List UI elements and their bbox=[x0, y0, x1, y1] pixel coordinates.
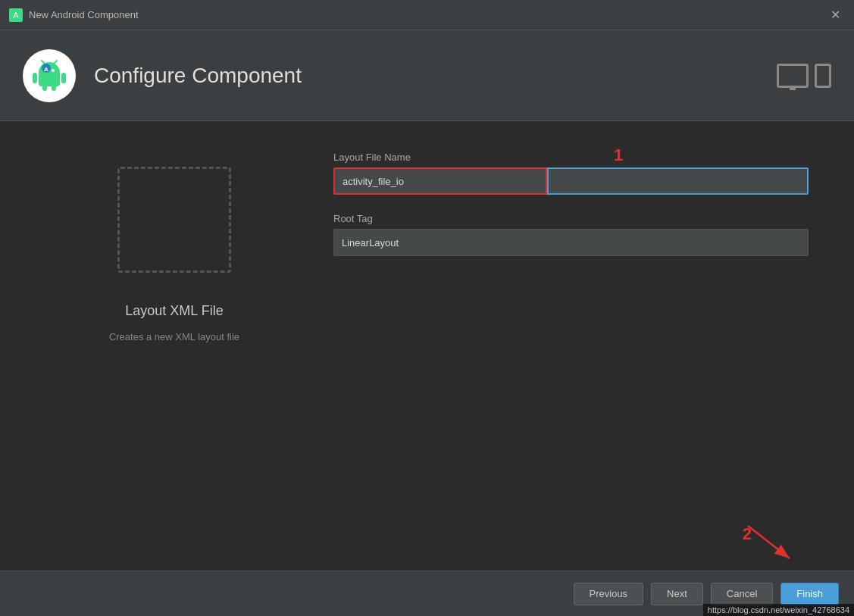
svg-rect-7 bbox=[39, 73, 60, 86]
layout-file-name-input-row bbox=[333, 167, 809, 195]
svg-rect-9 bbox=[61, 73, 66, 83]
previous-button[interactable]: Previous bbox=[574, 583, 644, 605]
layout-file-name-group: Layout File Name bbox=[333, 152, 809, 195]
component-preview-box bbox=[117, 167, 231, 273]
finish-button[interactable]: Finish bbox=[780, 583, 839, 605]
layout-file-name-input-right[interactable] bbox=[547, 167, 809, 195]
next-button[interactable]: Next bbox=[651, 583, 703, 605]
svg-rect-8 bbox=[33, 73, 37, 83]
header-title: Configure Component bbox=[94, 64, 777, 88]
root-tag-input[interactable] bbox=[333, 229, 809, 256]
header-area: A Configure Component bbox=[0, 30, 854, 121]
svg-point-4 bbox=[52, 69, 55, 72]
layout-file-name-input-left[interactable] bbox=[333, 167, 547, 195]
url-bar: https://blog.csdn.net/weixin_42768634 bbox=[703, 604, 854, 616]
svg-rect-10 bbox=[42, 85, 47, 91]
svg-text:A: A bbox=[44, 66, 48, 73]
phone-icon bbox=[815, 64, 831, 88]
annotation-marker-1: 1 bbox=[614, 145, 623, 165]
close-button[interactable]: ✕ bbox=[826, 6, 845, 23]
annotation-arrow-2 bbox=[740, 522, 801, 571]
svg-line-15 bbox=[748, 526, 790, 558]
svg-line-5 bbox=[42, 61, 45, 64]
main-content: Layout XML File Creates a new XML layout… bbox=[0, 121, 854, 571]
device-icons bbox=[777, 64, 831, 88]
root-tag-label: Root Tag bbox=[333, 213, 809, 224]
android-studio-logo: A bbox=[30, 56, 69, 95]
root-tag-group: Root Tag bbox=[333, 213, 809, 256]
cancel-button[interactable]: Cancel bbox=[711, 583, 773, 605]
left-panel: Layout XML File Creates a new XML layout… bbox=[45, 152, 303, 540]
component-description: Creates a new XML layout file bbox=[109, 331, 239, 342]
svg-text:A: A bbox=[13, 11, 19, 20]
right-panel: Layout File Name Root Tag bbox=[333, 152, 809, 540]
android-title-icon: A bbox=[9, 8, 23, 22]
android-logo: A bbox=[23, 49, 76, 102]
svg-rect-11 bbox=[52, 85, 56, 91]
layout-file-name-label: Layout File Name bbox=[333, 152, 809, 163]
title-bar-text: New Android Component bbox=[29, 9, 826, 20]
tablet-icon bbox=[777, 64, 809, 88]
svg-line-6 bbox=[54, 61, 57, 64]
title-bar: A New Android Component ✕ bbox=[0, 0, 854, 30]
component-type-title: Layout XML File bbox=[125, 303, 223, 319]
